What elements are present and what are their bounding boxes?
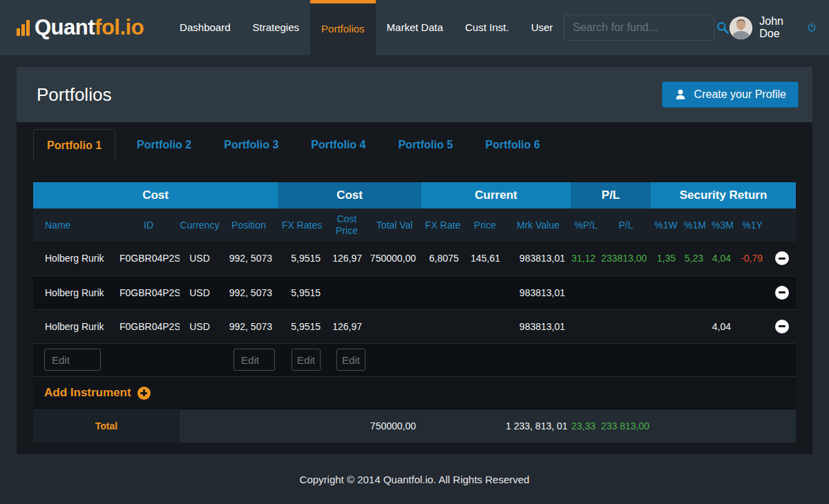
- cell-total-val: 750000,00: [368, 242, 421, 275]
- cell-1y: [736, 275, 768, 309]
- search-icon[interactable]: [716, 21, 730, 35]
- cell-cost-price: 126,97: [326, 242, 368, 275]
- col-header-price: Price: [464, 209, 506, 242]
- cell-3m: 4,04: [709, 242, 736, 275]
- avatar-photo-icon: [730, 17, 752, 39]
- col-header-id: ID: [117, 209, 180, 242]
- cell-name: Holberg Rurik: [33, 242, 117, 275]
- add-instrument-link[interactable]: Add Instrument: [44, 386, 151, 400]
- remove-row-icon[interactable]: [775, 251, 789, 265]
- power-icon[interactable]: [807, 20, 817, 35]
- add-instrument-row: Add Instrument: [33, 376, 796, 409]
- cell-pct-pl: [571, 275, 601, 309]
- tab-portfolio-3[interactable]: Portfolio 3: [213, 129, 289, 161]
- cell-3m: 4,04: [709, 309, 736, 343]
- nav-item-dashboard[interactable]: Dashboard: [169, 0, 241, 55]
- cell-pl: 233813,00: [601, 242, 651, 275]
- cell-fx-rate: [421, 275, 464, 309]
- col-header-1w: %1W: [651, 209, 681, 242]
- table-row: Holberg Rurik F0GBR04P2S USD 992, 5073 5…: [33, 275, 796, 309]
- cell-1y: [736, 309, 768, 343]
- total-pl: 233 813,00: [601, 409, 651, 443]
- col-header-cost-price: Cost Price: [326, 209, 368, 242]
- col-header-pct-pl: %P/L: [571, 209, 601, 242]
- remove-row-icon[interactable]: [775, 286, 789, 300]
- cell-cost-price: [326, 275, 368, 309]
- col-header-3m: %3M: [709, 209, 736, 242]
- panel-header: Portfolios Create your Profile: [17, 67, 812, 122]
- cell-pct-pl: [571, 309, 601, 343]
- search-input[interactable]: [573, 21, 716, 34]
- total-val: 750000,00: [368, 409, 421, 443]
- navbar: Quantfol.io Dashboard Strategies Portfol…: [0, 0, 829, 55]
- cell-position: 992, 5073: [220, 242, 278, 275]
- tab-portfolio-6[interactable]: Portfolio 6: [475, 129, 551, 161]
- nav-item-user[interactable]: User: [520, 0, 564, 55]
- group-header-pl: P/L: [571, 182, 651, 209]
- tab-portfolio-2[interactable]: Portfolio 2: [126, 129, 202, 161]
- cell-1w: [651, 275, 681, 309]
- cell-mrk-value: 983813,01: [506, 275, 571, 309]
- add-instrument-label: Add Instrument: [44, 386, 131, 400]
- avatar[interactable]: [730, 17, 752, 39]
- page-title: Portfolios: [37, 84, 111, 106]
- group-header-current: Current: [421, 182, 571, 209]
- cell-1m: [681, 275, 709, 309]
- col-header-currency: Currency: [180, 209, 220, 242]
- search-box: [564, 14, 714, 41]
- col-header-mrk-value: Mrk Value: [506, 209, 571, 242]
- tab-portfolio-1[interactable]: Portfolio 1: [33, 129, 115, 161]
- col-header-fx-rate: FX Rate: [421, 209, 464, 242]
- cell-fx-rate: [421, 309, 464, 343]
- total-row: Total 750000,00 1 233, 813, 01 23,33 233…: [33, 409, 796, 443]
- remove-row-icon[interactable]: [775, 320, 789, 333]
- cell-1m: [681, 309, 709, 343]
- footer-copyright: Copyright © 2014 Quantfol.io. All Rights…: [0, 474, 829, 485]
- edit-fx-rates-input[interactable]: [292, 349, 321, 371]
- col-header-position: Position: [220, 209, 278, 242]
- cell-3m: [709, 275, 736, 309]
- nav-item-market-data[interactable]: Market Data: [376, 0, 455, 55]
- cell-price: [464, 309, 506, 343]
- cell-fx-rates: 5,9515: [278, 309, 326, 343]
- total-label: Total: [33, 409, 180, 443]
- cell-position: 992, 5073: [220, 309, 278, 343]
- cell-price: [464, 275, 506, 309]
- col-header-actions: [768, 209, 796, 242]
- edit-name-input[interactable]: [44, 349, 101, 371]
- cell-fx-rate: 6,8075: [421, 242, 464, 275]
- nav-item-cust-inst[interactable]: Cust Inst.: [454, 0, 520, 55]
- cell-pct-pl: 31,12: [571, 242, 601, 275]
- nav-item-portfolios[interactable]: Portfolios: [310, 0, 376, 59]
- create-profile-label: Create your Profile: [694, 88, 786, 101]
- col-header-name: Name: [33, 209, 117, 242]
- cell-id: F0GBR04P2S: [117, 242, 180, 275]
- cell-total-val: [368, 275, 421, 309]
- cell-currency: USD: [180, 275, 220, 309]
- create-profile-button[interactable]: Create your Profile: [662, 81, 799, 108]
- nav-item-strategies[interactable]: Strategies: [242, 0, 311, 55]
- user-name[interactable]: John Doe: [759, 15, 789, 40]
- cell-name: Holberg Rurik: [33, 275, 117, 309]
- edit-cost-price-input[interactable]: [336, 349, 365, 371]
- cell-1w: [651, 309, 681, 343]
- col-header-fx-rates: FX Rates: [278, 209, 326, 242]
- cell-pl: [601, 275, 651, 309]
- table-row: Holberg Rurik F0GBR04P2S USD 992, 5073 5…: [33, 309, 796, 343]
- cell-1m: 5,23: [681, 242, 709, 275]
- edit-position-input[interactable]: [234, 349, 275, 371]
- plus-icon: [137, 387, 151, 400]
- group-header-security-return: Security Return: [651, 182, 796, 209]
- tab-portfolio-5[interactable]: Portfolio 5: [387, 129, 464, 161]
- col-header-pl: P/L: [601, 209, 651, 242]
- group-header-cost-2: Cost: [278, 182, 421, 209]
- cell-currency: USD: [180, 309, 220, 343]
- person-icon: [674, 88, 687, 101]
- cell-fx-rates: 5,9515: [278, 275, 326, 309]
- tab-portfolio-4[interactable]: Portfolio 4: [300, 129, 377, 161]
- portfolio-table: Cost Cost Current P/L Security Return Na…: [33, 182, 796, 443]
- cell-total-val: [368, 309, 421, 343]
- col-header-1y: %1Y: [736, 209, 768, 242]
- bar-chart-icon: [17, 20, 31, 36]
- logo[interactable]: Quantfol.io: [17, 0, 144, 55]
